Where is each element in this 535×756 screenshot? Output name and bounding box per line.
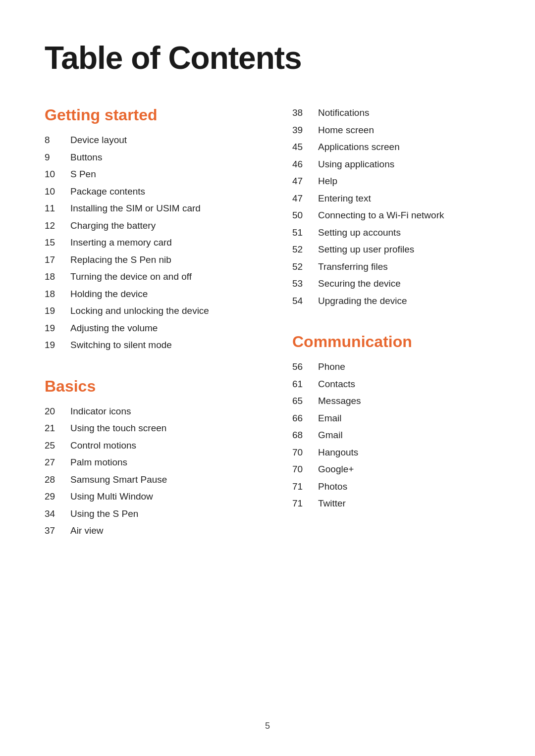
list-item: 70Hangouts [292, 446, 490, 460]
toc-page-number: 21 [45, 421, 70, 436]
toc-page-number: 53 [292, 277, 318, 291]
toc-entry-label: Entering text [318, 192, 371, 206]
list-item: 11Installing the SIM or USIM card [45, 202, 263, 216]
toc-page-number: 47 [292, 174, 318, 189]
list-item: 56Phone [292, 360, 490, 374]
toc-entry-label: Samsung Smart Pause [70, 473, 167, 487]
toc-entry-label: Control motions [70, 439, 136, 453]
toc-page-number: 56 [292, 360, 318, 374]
toc-page-number: 20 [45, 404, 70, 419]
list-item: 10Package contents [45, 185, 263, 199]
list-item: 53Securing the device [292, 277, 490, 291]
toc-entry-label: Transferring files [318, 260, 388, 274]
toc-page-number: 54 [292, 294, 318, 308]
toc-entry-label: Upgrading the device [318, 294, 407, 308]
list-item: 20Indicator icons [45, 404, 263, 419]
toc-list-right-top: 38Notifications39Home screen45Applicatio… [292, 106, 490, 308]
toc-page-number: 38 [292, 106, 318, 120]
toc-page-number: 18 [45, 287, 70, 302]
toc-entry-label: Hangouts [318, 446, 358, 460]
section-title-communication: Communication [292, 333, 490, 351]
toc-entry-label: Home screen [318, 123, 374, 138]
toc-page-number: 52 [292, 243, 318, 257]
list-item: 46Using applications [292, 157, 490, 172]
page-number: 5 [0, 721, 535, 731]
list-item: 29Using Multi Window [45, 490, 263, 504]
toc-page-number: 65 [292, 394, 318, 408]
left-column: Getting started 8Device layout9Buttons10… [45, 106, 263, 563]
toc-entry-label: Package contents [70, 185, 145, 199]
toc-page-number: 28 [45, 473, 70, 487]
toc-page-number: 27 [45, 455, 70, 470]
list-item: 70Google+ [292, 462, 490, 477]
toc-entry-label: Using the touch screen [70, 421, 166, 436]
right-column: 38Notifications39Home screen45Applicatio… [292, 106, 490, 536]
toc-page-number: 34 [45, 507, 70, 521]
page: Table of Contents Getting started 8Devic… [0, 0, 535, 756]
toc-entry-label: Indicator icons [70, 404, 131, 419]
toc-entry-label: Connecting to a Wi-Fi network [318, 208, 444, 223]
list-item: 10S Pen [45, 167, 263, 182]
toc-entry-label: Air view [70, 524, 104, 538]
toc-page-number: 47 [292, 192, 318, 206]
toc-page-number: 37 [45, 524, 70, 538]
list-item: 18Holding the device [45, 287, 263, 302]
toc-entry-label: Photos [318, 480, 347, 494]
toc-entry-label: Device layout [70, 133, 127, 148]
toc-entry-label: Adjusting the volume [70, 321, 158, 336]
toc-page-number: 71 [292, 480, 318, 494]
list-item: 50Connecting to a Wi-Fi network [292, 208, 490, 223]
section-getting-started: Getting started 8Device layout9Buttons10… [45, 106, 263, 353]
toc-page-number: 45 [292, 140, 318, 154]
toc-entry-label: Google+ [318, 462, 354, 477]
toc-page-number: 52 [292, 260, 318, 274]
toc-list-communication: 56Phone61Contacts65Messages66Email68Gmai… [292, 360, 490, 511]
section-communication: Communication 56Phone61Contacts65Message… [292, 333, 490, 511]
toc-page-number: 17 [45, 253, 70, 267]
list-item: 52Transferring files [292, 260, 490, 274]
toc-page-number: 25 [45, 439, 70, 453]
toc-page-number: 39 [292, 123, 318, 138]
toc-entry-label: Gmail [318, 428, 343, 443]
list-item: 17Replacing the S Pen nib [45, 253, 263, 267]
toc-entry-label: Securing the device [318, 277, 401, 291]
toc-page-number: 51 [292, 226, 318, 240]
toc-page-number: 50 [292, 208, 318, 223]
list-item: 27Palm motions [45, 455, 263, 470]
toc-page-number: 29 [45, 490, 70, 504]
section-title-getting-started: Getting started [45, 106, 263, 124]
toc-page-number: 71 [292, 497, 318, 511]
toc-page-number: 61 [292, 377, 318, 392]
list-item: 9Buttons [45, 151, 263, 165]
toc-page-number: 68 [292, 428, 318, 443]
toc-page-number: 15 [45, 236, 70, 250]
list-item: 47Entering text [292, 192, 490, 206]
list-item: 65Messages [292, 394, 490, 408]
list-item: 47Help [292, 174, 490, 189]
toc-entry-label: Palm motions [70, 455, 127, 470]
page-title: Table of Contents [45, 40, 490, 76]
section-basics: Basics 20Indicator icons21Using the touc… [45, 377, 263, 538]
toc-entry-label: Applications screen [318, 140, 400, 154]
toc-page-number: 18 [45, 270, 70, 284]
toc-entry-label: Twitter [318, 497, 346, 511]
toc-entry-label: Help [318, 174, 337, 189]
list-item: 37Air view [45, 524, 263, 538]
list-item: 66Email [292, 411, 490, 426]
list-item: 21Using the touch screen [45, 421, 263, 436]
toc-entry-label: Email [318, 411, 342, 426]
toc-entry-label: S Pen [70, 167, 96, 182]
toc-page-number: 10 [45, 185, 70, 199]
list-item: 25Control motions [45, 439, 263, 453]
list-item: 34Using the S Pen [45, 507, 263, 521]
list-item: 52Setting up user profiles [292, 243, 490, 257]
toc-entry-label: Notifications [318, 106, 370, 120]
toc-list-basics: 20Indicator icons21Using the touch scree… [45, 404, 263, 538]
toc-entry-label: Turning the device on and off [70, 270, 192, 284]
two-column-layout: Getting started 8Device layout9Buttons10… [45, 106, 490, 563]
toc-page-number: 19 [45, 321, 70, 336]
section-title-basics: Basics [45, 377, 263, 396]
toc-entry-label: Phone [318, 360, 345, 374]
toc-list-getting-started: 8Device layout9Buttons10S Pen10Package c… [45, 133, 263, 353]
toc-page-number: 66 [292, 411, 318, 426]
